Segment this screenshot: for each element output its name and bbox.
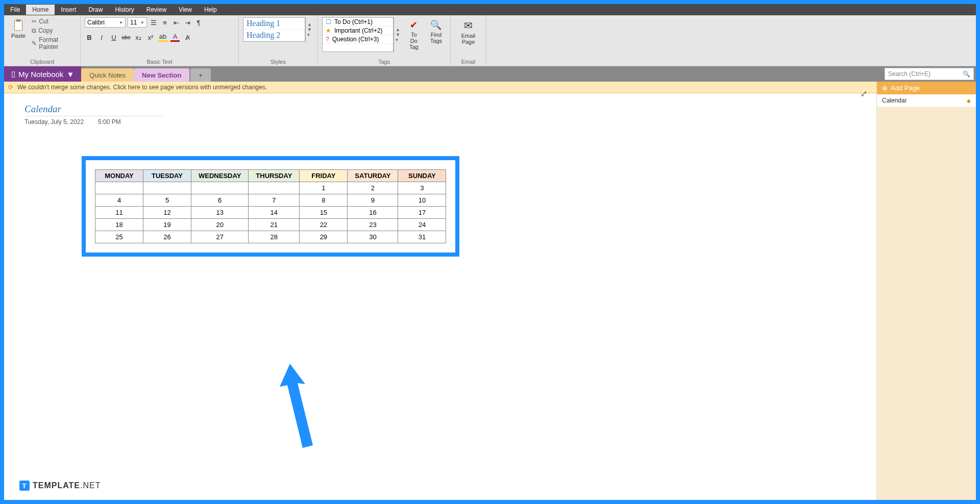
tags-more-icon[interactable]: ▾ xyxy=(394,37,402,42)
bold-icon[interactable]: B xyxy=(85,33,94,42)
calendar-cell[interactable] xyxy=(191,182,249,194)
menu-insert[interactable]: Insert xyxy=(55,5,82,15)
find-tags-button[interactable]: 🔍 Find Tags xyxy=(426,17,446,52)
underline-icon[interactable]: U xyxy=(109,33,118,42)
svg-rect-0 xyxy=(14,20,22,31)
copy-button[interactable]: ⧉Copy xyxy=(31,27,76,35)
calendar-cell[interactable]: 31 xyxy=(398,231,446,243)
page-list-item-label: Calendar xyxy=(882,97,907,104)
font-name-select[interactable]: Calibri▼ xyxy=(85,17,126,28)
numbering-icon[interactable]: ≡ xyxy=(160,18,169,27)
menu-home[interactable]: Home xyxy=(26,5,55,15)
calendar-cell[interactable]: 30 xyxy=(348,231,398,243)
menu-review[interactable]: Review xyxy=(140,5,173,15)
col-saturday: SATURDAY xyxy=(348,170,398,182)
calendar-cell[interactable]: 15 xyxy=(300,207,348,219)
calendar-cell[interactable]: 22 xyxy=(300,219,348,231)
styles-more-icon[interactable]: ▾ xyxy=(306,32,313,37)
calendar-cell[interactable] xyxy=(95,182,143,194)
calendar-cell[interactable]: 25 xyxy=(95,231,143,243)
calendar-cell[interactable]: 24 xyxy=(398,219,446,231)
calendar-cell[interactable]: 6 xyxy=(191,194,249,207)
calendar-cell[interactable] xyxy=(249,182,300,194)
calendar-cell[interactable]: 1 xyxy=(300,182,348,194)
calendar-cell[interactable]: 28 xyxy=(249,231,300,243)
ribbon-group-basic-text: Calibri▼ 11▼ ☰ ≡ ⇤ ⇥ ¶ B I U abc x₂ x² a… xyxy=(81,15,239,66)
clear-format-icon[interactable]: A̷ xyxy=(183,33,192,42)
calendar-cell[interactable]: 18 xyxy=(95,219,143,231)
paste-label: Paste xyxy=(11,33,26,39)
font-size-select[interactable]: 11▼ xyxy=(128,17,147,28)
merge-info-bar[interactable]: ⟳ We couldn't merge some changes. Click … xyxy=(4,82,876,93)
bullets-icon[interactable]: ☰ xyxy=(149,18,158,27)
calendar-cell[interactable]: 3 xyxy=(398,182,446,194)
calendar-cell[interactable]: 29 xyxy=(300,231,348,243)
subscript-icon[interactable]: x₂ xyxy=(134,33,143,42)
italic-icon[interactable]: I xyxy=(97,33,106,42)
calendar-cell[interactable]: 19 xyxy=(143,219,191,231)
calendar-cell[interactable]: 27 xyxy=(191,231,249,243)
calendar-row: 11121314151617 xyxy=(95,207,446,219)
calendar-cell[interactable]: 2 xyxy=(348,182,398,194)
calendar-cell[interactable]: 13 xyxy=(191,207,249,219)
format-painter-button[interactable]: ✎Format Painter xyxy=(31,36,76,51)
tags-down-icon[interactable]: ▼ xyxy=(394,32,402,37)
notebook-dropdown[interactable]: ▯ My Notebook ▼ xyxy=(4,66,81,82)
styles-up-icon[interactable]: ▲ xyxy=(306,22,313,27)
add-page-button[interactable]: ⊕ Add Page xyxy=(877,82,976,94)
calendar-cell[interactable]: 8 xyxy=(300,194,348,207)
email-page-button[interactable]: ✉ Email Page xyxy=(455,17,482,47)
tags-up-icon[interactable]: ▲ xyxy=(394,27,402,32)
todo-tag-label: To Do Tag xyxy=(409,32,419,50)
tag-todo[interactable]: ☐To Do (Ctrl+1) xyxy=(323,18,393,27)
cut-button[interactable]: ✂Cut xyxy=(31,17,76,26)
outdent-icon[interactable]: ⇤ xyxy=(172,18,181,27)
calendar-cell[interactable]: 4 xyxy=(95,194,143,207)
tags-gallery[interactable]: ☐To Do (Ctrl+1) ★Important (Ctrl+2) ?Que… xyxy=(322,17,394,52)
calendar-cell[interactable]: 23 xyxy=(348,219,398,231)
menu-view[interactable]: View xyxy=(173,5,198,15)
todo-tag-button[interactable]: ✔ To Do Tag xyxy=(405,17,423,52)
styles-gallery[interactable]: Heading 1 Heading 2 xyxy=(243,17,305,42)
highlight-icon[interactable]: ab xyxy=(158,33,167,42)
paste-button[interactable]: Paste xyxy=(8,17,29,51)
tab-add-section[interactable]: + xyxy=(190,68,211,82)
styles-down-icon[interactable]: ▼ xyxy=(306,27,313,32)
indent-icon[interactable]: ⇥ xyxy=(183,18,192,27)
style-heading-2[interactable]: Heading 2 xyxy=(243,30,305,41)
calendar-cell[interactable]: 14 xyxy=(249,207,300,219)
calendar-cell[interactable]: 7 xyxy=(249,194,300,207)
svg-rect-1 xyxy=(16,19,21,21)
calendar-cell[interactable]: 17 xyxy=(398,207,446,219)
menu-file[interactable]: File xyxy=(4,5,26,15)
paragraph-icon[interactable]: ¶ xyxy=(194,18,203,27)
tag-important[interactable]: ★Important (Ctrl+2) xyxy=(323,27,393,35)
tab-new-section[interactable]: New Section xyxy=(134,68,189,82)
calendar-table[interactable]: MONDAY TUESDAY WEDNESDAY THURSDAY FRIDAY… xyxy=(95,169,446,243)
calendar-cell[interactable]: 5 xyxy=(143,194,191,207)
menu-draw[interactable]: Draw xyxy=(82,5,109,15)
style-heading-1[interactable]: Heading 1 xyxy=(243,18,305,30)
calendar-cell[interactable]: 21 xyxy=(249,219,300,231)
calendar-cell[interactable]: 12 xyxy=(143,207,191,219)
search-input[interactable]: Search (Ctrl+E) 🔍 xyxy=(885,68,974,80)
menu-history[interactable]: History xyxy=(109,5,140,15)
page-canvas[interactable]: ⟳ We couldn't merge some changes. Click … xyxy=(4,82,876,500)
chevron-down-icon: ▼ xyxy=(119,20,123,25)
font-color-icon[interactable]: A xyxy=(170,33,180,42)
calendar-cell[interactable] xyxy=(143,182,191,194)
calendar-cell[interactable]: 20 xyxy=(191,219,249,231)
calendar-cell[interactable]: 10 xyxy=(398,194,446,207)
page-title-input[interactable] xyxy=(24,103,162,116)
calendar-cell[interactable]: 26 xyxy=(143,231,191,243)
tab-quick-notes[interactable]: Quick Notes xyxy=(81,68,134,82)
menu-help[interactable]: Help xyxy=(198,5,223,15)
page-list-item[interactable]: Calendar ◆ xyxy=(877,94,976,107)
tag-question[interactable]: ?Question (Ctrl+3) xyxy=(323,35,393,44)
calendar-cell[interactable]: 9 xyxy=(348,194,398,207)
notebook-icon: ▯ xyxy=(11,69,15,79)
strike-icon[interactable]: abc xyxy=(121,33,131,42)
calendar-cell[interactable]: 11 xyxy=(95,207,143,219)
superscript-icon[interactable]: x² xyxy=(146,33,155,42)
calendar-cell[interactable]: 16 xyxy=(348,207,398,219)
